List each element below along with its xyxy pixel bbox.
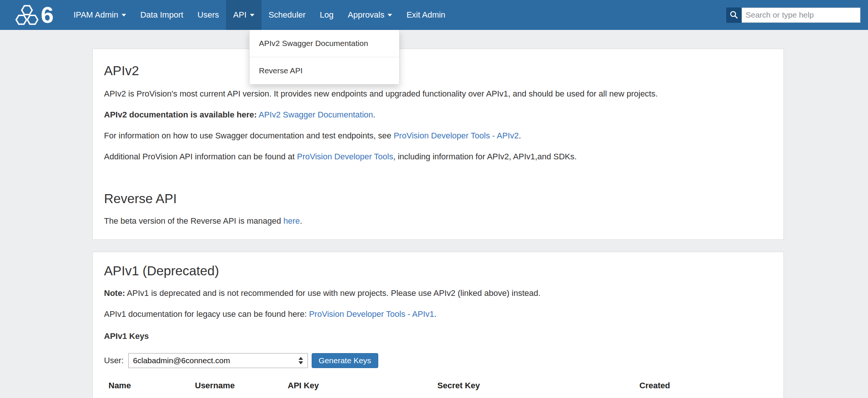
nav-item-label: Exit Admin — [406, 10, 445, 20]
apiv1-keys-heading: APIv1 Keys — [104, 331, 772, 341]
brand-logo[interactable]: 6 — [15, 3, 54, 27]
nav-item-label: Log — [320, 10, 334, 20]
apiv1-note-text: APIv1 is deprecated and is not recommend… — [125, 288, 540, 298]
additional-info-rest: , including information for APIv2, APIv1… — [393, 152, 577, 161]
nav-item-approvals[interactable]: Approvals — [341, 0, 400, 30]
nav-item-label: Approvals — [348, 10, 385, 20]
nav-item-ipam-admin[interactable]: IPAM Admin — [66, 0, 133, 30]
apiv1-doc-paragraph: APIv1 documentation for legacy use can b… — [104, 308, 772, 320]
nav-item-label: Scheduler — [269, 10, 306, 20]
nav-item-scheduler[interactable]: Scheduler — [262, 0, 313, 30]
dropdown-item-reverse-api[interactable]: Reverse API — [250, 57, 399, 84]
reverse-api-text: The beta version of the Reverse API is m… — [104, 216, 281, 226]
reverse-api-title: Reverse API — [104, 191, 772, 206]
additional-info-paragraph: Additional ProVision API information can… — [104, 151, 772, 163]
apiv1-note-bold: Note: — [104, 288, 125, 298]
dropdown-item-apiv2-swagger[interactable]: APIv2 Swagger Documentation — [250, 30, 399, 57]
column-header-api-key: API Key — [283, 377, 433, 394]
nav-item-api[interactable]: API — [226, 0, 261, 30]
nav-item-exit-admin[interactable]: Exit Admin — [399, 0, 452, 30]
apiv2-panel: APIv2 APIv2 is ProVision's most current … — [92, 49, 784, 240]
reverse-api-period: . — [300, 216, 302, 226]
api-dropdown-menu: APIv2 Swagger Documentation Reverse API — [249, 30, 400, 85]
column-header-name: Name — [104, 377, 190, 394]
caret-down-icon — [122, 14, 126, 16]
additional-info-text: Additional ProVision API information can… — [104, 152, 295, 161]
nav-item-label: API — [233, 10, 246, 20]
nav-item-label: Users — [198, 10, 219, 20]
search-area — [726, 7, 861, 23]
column-header-username: Username — [190, 377, 283, 394]
apiv2-swagger-link[interactable]: APIv2 Swagger Documentation — [259, 110, 373, 119]
apiv2-doc-period: . — [373, 110, 375, 119]
nav-item-users[interactable]: Users — [190, 0, 226, 30]
table-header-row: Name Username API Key Secret Key Created — [104, 377, 772, 394]
swagger-info-period: . — [519, 131, 521, 140]
reverse-api-here-link[interactable]: here — [283, 216, 300, 226]
caret-down-icon — [250, 14, 254, 16]
reverse-api-paragraph: The beta version of the Reverse API is m… — [104, 215, 772, 227]
apiv1-title: APIv1 (Deprecated) — [104, 263, 772, 278]
search-button[interactable] — [726, 7, 742, 23]
generate-keys-button[interactable]: Generate Keys — [312, 353, 378, 368]
swagger-info-text: For information on how to use Swagger do… — [104, 131, 391, 140]
search-icon — [730, 10, 739, 19]
apiv1-note-paragraph: Note: APIv1 is deprecated and is not rec… — [104, 287, 772, 299]
user-select-row: User: 6clabadmin@6connect.com Generate K… — [104, 353, 772, 368]
nav-item-log[interactable]: Log — [313, 0, 341, 30]
swagger-info-paragraph: For information on how to use Swagger do… — [104, 130, 772, 142]
caret-down-icon — [388, 14, 392, 16]
column-header-created: Created — [635, 377, 772, 394]
top-navbar: 6 IPAM Admin Data Import Users API Sched… — [0, 0, 868, 30]
column-header-secret-key: Secret Key — [433, 377, 635, 394]
user-select[interactable]: 6clabadmin@6connect.com — [128, 353, 308, 368]
api-keys-table: Name Username API Key Secret Key Created — [104, 377, 772, 394]
apiv1-panel: APIv1 (Deprecated) Note: APIv1 is deprec… — [92, 252, 784, 398]
nav-item-label: IPAM Admin — [73, 10, 118, 20]
developer-tools-link[interactable]: ProVision Developer Tools — [297, 152, 393, 161]
apiv2-intro-paragraph: APIv2 is ProVision's most current API ve… — [104, 88, 772, 100]
apiv1-doc-period: . — [434, 309, 436, 319]
user-label: User: — [104, 356, 124, 365]
hexagon-cluster-icon — [15, 4, 39, 26]
brand-six-text: 6 — [41, 3, 54, 27]
nav-item-data-import[interactable]: Data Import — [133, 0, 190, 30]
search-input[interactable] — [742, 7, 861, 23]
user-select-value: 6clabadmin@6connect.com — [133, 356, 230, 365]
nav-item-label: Data Import — [140, 10, 183, 20]
apiv2-doc-paragraph: APIv2 documentation is available here: A… — [104, 109, 772, 121]
apiv2-title: APIv2 — [104, 63, 772, 78]
nav-items: IPAM Admin Data Import Users API Schedul… — [66, 0, 452, 30]
developer-tools-apiv2-link[interactable]: ProVision Developer Tools - APIv2 — [394, 131, 519, 140]
select-stepper-icon — [299, 357, 303, 364]
apiv2-doc-bold: APIv2 documentation is available here: — [104, 110, 257, 119]
developer-tools-apiv1-link[interactable]: ProVision Developer Tools - APIv1 — [309, 309, 434, 319]
apiv1-doc-text: APIv1 documentation for legacy use can b… — [104, 309, 307, 319]
